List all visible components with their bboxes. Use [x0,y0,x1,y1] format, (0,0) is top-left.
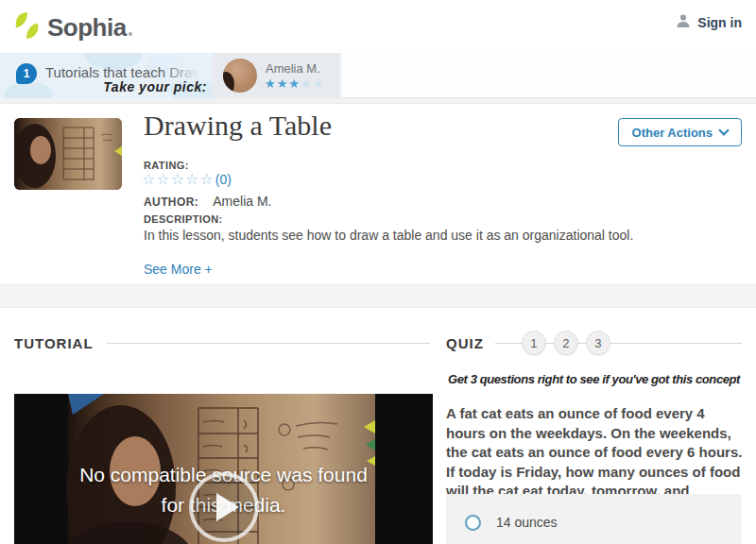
banner-star-rating: ★★★★★ [265,76,324,91]
quiz-option-1[interactable]: 14 ounces [446,494,742,544]
description-text: In this lesson, students see how to draw… [144,227,730,245]
see-more-link[interactable]: See More + [144,262,213,277]
brand-dot [129,32,132,36]
sophia-logo[interactable]: Sophia [14,11,132,43]
quiz-steps: 1 2 3 [495,331,742,355]
lesson-info-section: Drawing a Table Other Actions RATING: ☆☆… [0,104,756,283]
author-row: AUTHOR: Amelia M. [144,194,271,209]
page-title: Drawing a Table [144,110,332,142]
quiz-heading: QUIZ [446,335,484,351]
tutorial-rule [107,343,430,344]
rating-count[interactable]: (0) [215,172,232,187]
quiz-tagline: Get 3 questions right to see if you've g… [446,372,742,386]
lesson-rating-row[interactable]: ☆☆☆☆☆ (0) [142,170,232,188]
take-your-pick-label: Take your pick: [103,79,207,94]
author-card[interactable]: Amelia M. ★★★★★ [213,53,342,98]
quiz-header: QUIZ 1 2 3 [446,331,742,355]
count-badge: 1 [16,63,37,84]
page: Sophia Sign in 1 Tutorials that teach Dr… [0,0,756,544]
banner-left-panel: 1 Tutorials that teach Drawing a T Take … [0,53,213,98]
lesson-star-rating: ☆☆☆☆☆ [142,170,215,188]
avatar [223,59,257,93]
chevron-down-icon [718,125,729,135]
lesson-thumbnail[interactable] [14,118,122,190]
play-button[interactable] [189,472,259,542]
brand-name: Sophia [47,13,127,42]
banner-empty-slot [342,53,756,98]
play-icon [216,493,239,521]
top-header: Sophia Sign in [0,0,756,53]
tagline-fade [161,59,213,81]
tutorial-header: TUTORIAL [14,331,430,355]
radio-icon[interactable] [465,515,481,531]
main-section: TUTORIAL [0,308,756,544]
video-player[interactable]: No compatible source was found for this … [14,394,433,544]
quiz-option-label: 14 ounces [496,515,558,530]
author-card-name: Amelia M. [266,61,320,76]
other-actions-button[interactable]: Other Actions [618,118,742,146]
quiz-step-2: 2 [554,331,578,355]
quiz-step-3: 3 [586,331,610,355]
person-icon [676,13,691,31]
author-label: AUTHOR: [144,196,198,209]
sophia-logo-icon [14,11,40,43]
other-actions-label: Other Actions [632,126,713,140]
section-divider-band [0,283,756,308]
tutorial-picker-banner: 1 Tutorials that teach Drawing a T Take … [0,53,756,98]
sign-in-button[interactable]: Sign in [676,13,742,31]
quiz-step-1: 1 [522,331,546,355]
description-label: DESCRIPTION: [144,213,223,225]
tutorial-heading: TUTORIAL [14,335,94,351]
author-name: Amelia M. [213,194,271,209]
sign-in-label: Sign in [697,15,742,30]
